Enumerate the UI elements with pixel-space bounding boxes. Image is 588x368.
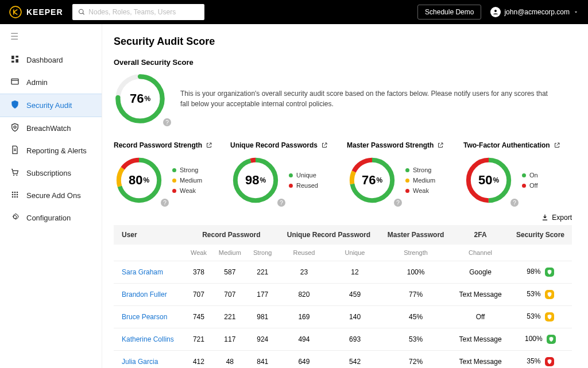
user-link[interactable]: Brandon Fuller (114, 284, 185, 306)
svg-point-15 (12, 192, 14, 193)
overall-description: This is your organization's overall secu… (180, 88, 548, 109)
popout-icon[interactable] (206, 142, 212, 149)
overall-score-label: Overall Security Score (114, 58, 572, 67)
svg-rect-8 (11, 79, 18, 84)
score-badge-icon (545, 357, 554, 366)
search-box[interactable] (72, 4, 204, 20)
shield-icon (10, 100, 20, 111)
popout-icon[interactable] (321, 142, 328, 149)
sidebar-item-secure-add-ons[interactable]: Secure Add Ons (0, 184, 102, 207)
sidebar-item-label: BreachWatch (26, 124, 71, 133)
sidebar-item-label: Admin (26, 78, 48, 87)
main-content: Security Audit Score Overall Security Sc… (102, 24, 588, 368)
metric-donut: 80%? (114, 155, 164, 206)
sidebar-item-label: Secure Add Ons (26, 191, 81, 200)
svg-point-17 (17, 192, 18, 193)
svg-point-1 (79, 9, 83, 13)
topbar: KEEPER Schedule Demo john@acmecorp.com (0, 0, 588, 24)
help-icon[interactable]: ? (163, 118, 171, 126)
admin-icon (10, 77, 20, 88)
svg-rect-4 (11, 56, 14, 59)
table-subheader-row: Weak Medium Strong Reused Unique Strengt… (114, 245, 572, 261)
svg-point-22 (14, 196, 16, 198)
col-unique-password[interactable]: Unique Record Password (278, 225, 380, 245)
sidebar-item-configuration[interactable]: Configuration (0, 207, 102, 229)
overall-score-donut: 76% ? (114, 72, 167, 125)
user-menu[interactable]: john@acmecorp.com (490, 7, 579, 17)
page-title: Security Audit Score (114, 36, 572, 48)
col-score[interactable]: Security Score (509, 225, 572, 245)
schedule-demo-button[interactable]: Schedule Demo (417, 5, 481, 20)
svg-point-3 (494, 10, 497, 12)
svg-point-21 (12, 196, 14, 198)
col-master-password[interactable]: Master Password (380, 225, 452, 245)
dashboard-icon (10, 55, 20, 65)
legend-item: Weak (172, 187, 202, 194)
sidebar: ☰ DashboardAdminSecurity AuditBreachWatc… (0, 24, 102, 368)
sidebar-item-label: Reporting & Alerts (26, 146, 87, 155)
user-link[interactable]: Katherine Collins (114, 328, 185, 351)
chevron-down-icon (573, 9, 579, 15)
table-row: Brandon Fuller 707707177 820459 77%Text … (114, 284, 572, 306)
cart-icon (10, 168, 20, 179)
sidebar-item-label: Configuration (26, 214, 71, 222)
svg-point-20 (17, 194, 18, 196)
search-input[interactable] (88, 8, 198, 16)
svg-point-19 (14, 194, 16, 196)
metric-card-1: Unique Record Passwords98%?UniqueReused (230, 141, 339, 206)
card-title: Record Password Strength (114, 141, 222, 149)
sidebar-item-breachwatch[interactable]: BreachWatch (0, 117, 102, 140)
metric-cards: Record Password Strength80%?StrongMedium… (114, 141, 572, 206)
user-link[interactable]: Sara Graham (114, 261, 185, 284)
col-2fa[interactable]: 2FA (452, 225, 509, 245)
download-icon (541, 214, 549, 222)
svg-rect-7 (11, 61, 14, 63)
svg-rect-6 (16, 59, 18, 63)
score-badge-icon (545, 268, 554, 277)
metric-card-2: Master Password Strength76%?StrongMedium… (347, 141, 455, 206)
legend-item: Strong (405, 166, 435, 173)
col-user[interactable]: User (114, 225, 185, 245)
popout-icon[interactable] (554, 142, 560, 149)
legend-item: On (522, 172, 538, 179)
gear-icon (10, 212, 20, 223)
legend: UniqueReused (289, 172, 318, 189)
sidebar-item-admin[interactable]: Admin (0, 71, 102, 94)
help-icon[interactable]: ? (161, 199, 169, 207)
keeper-logo-icon (9, 6, 22, 18)
legend-item: Off (522, 182, 538, 189)
metric-card-0: Record Password Strength80%?StrongMedium… (114, 141, 222, 206)
user-link[interactable]: Julia Garcia (114, 351, 185, 369)
legend: OnOff (522, 172, 538, 189)
help-icon[interactable]: ? (510, 199, 519, 207)
table-header-row: User Record Password Unique Record Passw… (114, 225, 572, 245)
legend-item: Strong (172, 166, 202, 173)
legend-item: Weak (405, 187, 435, 194)
help-icon[interactable]: ? (277, 199, 285, 207)
col-record-password[interactable]: Record Password (185, 225, 278, 245)
sidebar-item-label: Subscriptions (26, 169, 71, 177)
table-row: Sara Graham 378587221 2312 100%Google 98… (114, 261, 572, 284)
svg-point-10 (14, 126, 16, 128)
hamburger-icon[interactable]: ☰ (0, 31, 102, 49)
popout-icon[interactable] (437, 142, 444, 149)
table-row: Bruce Pearson 745221981 169140 45%Off 53… (114, 306, 572, 328)
table-row: Katherine Collins 721117924 494693 53%Te… (114, 328, 572, 351)
svg-rect-5 (16, 56, 18, 57)
svg-point-14 (16, 175, 17, 176)
sidebar-item-security-audit[interactable]: Security Audit (0, 94, 102, 117)
brand-logo: KEEPER (9, 6, 63, 18)
help-icon[interactable]: ? (394, 199, 402, 207)
sidebar-item-subscriptions[interactable]: Subscriptions (0, 162, 102, 184)
export-button[interactable]: Export (541, 214, 572, 222)
grid-icon (10, 190, 20, 201)
svg-point-23 (17, 196, 18, 198)
svg-line-2 (83, 13, 84, 15)
card-title: Two-Factor Authentication (463, 141, 572, 149)
metric-card-3: Two-Factor Authentication50%?OnOff (463, 141, 572, 206)
svg-point-16 (14, 192, 16, 193)
sidebar-item-dashboard[interactable]: Dashboard (0, 49, 102, 71)
user-link[interactable]: Bruce Pearson (114, 306, 185, 328)
sidebar-item-reporting-alerts[interactable]: Reporting & Alerts (0, 140, 102, 162)
metric-donut: 98%? (230, 155, 281, 206)
